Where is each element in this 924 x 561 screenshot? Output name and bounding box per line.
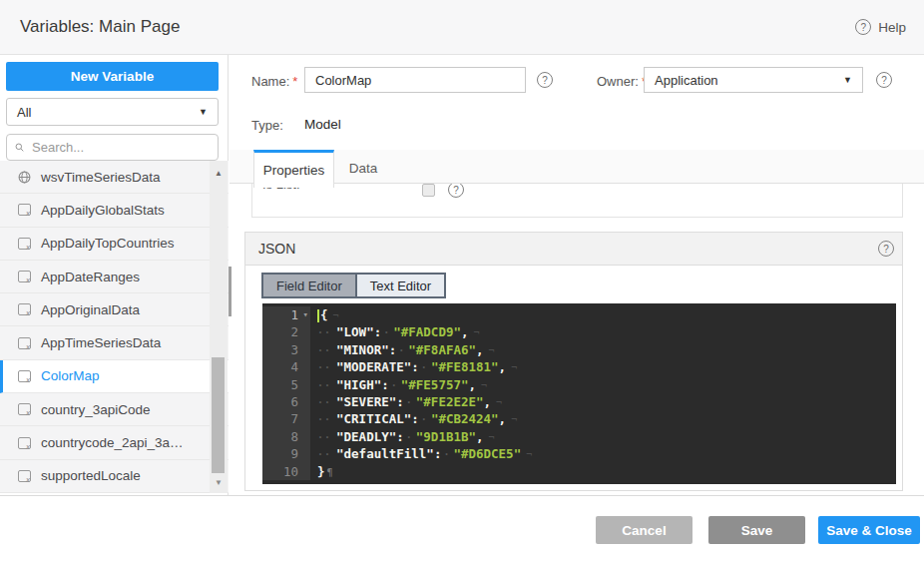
list-item-label: AppDailyTopCountries: [41, 236, 175, 251]
scrollbar-thumb[interactable]: [212, 357, 225, 473]
list-item-label: AppDateRanges: [41, 270, 140, 284]
is-list-checkbox[interactable]: [422, 184, 435, 197]
list-item-colormap-selected[interactable]: x ColorMap: [0, 360, 229, 393]
name-label: Name:*: [251, 74, 297, 89]
title-bar: Variables: Main Page ? Help: [0, 0, 924, 55]
list-item-label: wsvTimeSeriesData: [41, 170, 161, 185]
owner-value: Application: [655, 73, 718, 88]
json-panel-header: JSON ?: [245, 233, 902, 266]
help-button[interactable]: ? Help: [855, 19, 906, 35]
list-item[interactable]: x AppTimeSeriesData: [0, 326, 229, 359]
owner-select[interactable]: Application ▼: [644, 67, 863, 93]
code-line: 5 "HIGH":"#FE5757",: [262, 376, 896, 393]
scroll-up-icon[interactable]: ▲: [210, 169, 228, 178]
new-variable-button[interactable]: New Variable: [6, 62, 219, 91]
type-label: Type:: [251, 118, 283, 133]
name-input[interactable]: [304, 67, 526, 93]
field-editor-button[interactable]: Field Editor: [263, 275, 355, 296]
main-panel-scrollbar-thumb[interactable]: [229, 267, 231, 316]
code-line: 1▾ {: [262, 306, 896, 323]
required-marker: *: [292, 74, 297, 89]
code-line: 4 "MODERATE":"#FE8181",: [262, 358, 896, 375]
search-box[interactable]: [6, 134, 219, 161]
type-value: Model: [304, 117, 341, 132]
footer-divider: [0, 495, 924, 496]
json-help-icon[interactable]: ?: [878, 241, 894, 257]
filter-value: All: [17, 105, 31, 120]
list-item-label: supportedLocale: [41, 468, 141, 483]
owner-label: Owner:*: [597, 74, 647, 89]
variable-icon: x: [18, 204, 31, 216]
list-item[interactable]: x country_3apiCode: [0, 393, 229, 426]
line-end-icon: ¶: [327, 467, 333, 478]
variable-icon: x: [18, 337, 31, 349]
variable-icon: x: [18, 370, 31, 382]
is-list-help-icon[interactable]: ?: [448, 184, 464, 198]
list-item-label: countrycode_2api_3a…: [41, 435, 184, 450]
variable-icon: x: [18, 403, 31, 415]
code-line: 9 "defaultFill":"#D6DCE5": [262, 445, 896, 462]
scroll-down-icon[interactable]: ▼: [210, 478, 228, 487]
save-and-close-button[interactable]: Save & Close: [818, 516, 920, 544]
json-code-editor[interactable]: 1▾ { 2 "LOW":"#FADCD9", 3 "MINOR":"#F8AF…: [262, 303, 896, 484]
variable-icon: x: [18, 303, 31, 315]
variable-icon: x: [18, 238, 31, 250]
list-item-label: AppTimeSeriesData: [41, 335, 161, 350]
editor-mode-toggle: Field Editor Text Editor: [261, 273, 446, 298]
variable-icon: x: [18, 271, 31, 282]
text-cursor: [317, 309, 319, 322]
tab-properties[interactable]: Properties: [253, 150, 334, 188]
code-line: 10 }¶: [262, 463, 896, 480]
globe-icon: [18, 171, 31, 184]
list-item-label: ColorMap: [41, 368, 100, 383]
variable-list: wsvTimeSeriesData x AppDailyGlobalStats …: [0, 161, 229, 493]
json-panel: JSON ? Field Editor Text Editor 1▾ { 2 "…: [244, 232, 903, 491]
variables-sidebar: New Variable All ▼ wsvTimeSeriesData x A…: [0, 55, 229, 495]
save-button[interactable]: Save: [708, 516, 805, 544]
tab-data[interactable]: Data: [334, 153, 392, 183]
help-icon: ?: [855, 19, 871, 35]
fold-icon[interactable]: ▾: [303, 306, 308, 323]
help-label: Help: [878, 20, 906, 35]
list-item[interactable]: x AppDailyGlobalStats: [0, 194, 229, 227]
owner-help-icon[interactable]: ?: [876, 72, 892, 88]
list-item-label: country_3apiCode: [41, 402, 151, 417]
code-line: 3 "MINOR":"#F8AFA6",: [262, 341, 896, 358]
text-editor-button[interactable]: Text Editor: [355, 275, 444, 296]
sidebar-scrollbar[interactable]: ▲ ▼: [210, 161, 228, 493]
json-section-title: JSON: [258, 241, 295, 257]
code-line: 8 "DEADLY":"9D1B1B",: [262, 428, 896, 445]
code-line: 7 "CRITICAL":"#CB2424",: [262, 410, 896, 427]
list-item[interactable]: x supportedLocale: [0, 460, 229, 493]
list-item-label: AppDailyGlobalStats: [41, 203, 165, 218]
search-icon: [15, 141, 24, 154]
page-title: Variables: Main Page: [20, 17, 180, 37]
list-item[interactable]: x AppOriginalData: [0, 293, 229, 326]
chevron-down-icon: ▼: [199, 107, 208, 117]
list-item[interactable]: x AppDateRanges: [0, 261, 229, 293]
code-line: 2 "LOW":"#FADCD9",: [262, 323, 896, 340]
properties-scroll-area: Is List: ?: [251, 184, 903, 218]
variable-icon: x: [18, 437, 31, 449]
list-item[interactable]: wsvTimeSeriesData: [0, 161, 229, 194]
list-item[interactable]: x countrycode_2api_3a…: [0, 426, 229, 459]
list-item[interactable]: x AppDailyTopCountries: [0, 228, 229, 261]
name-help-icon[interactable]: ?: [537, 72, 553, 88]
cancel-button[interactable]: Cancel: [596, 516, 693, 544]
list-item-label: AppOriginalData: [41, 302, 140, 317]
code-line: 6 "SEVERE":"#FE2E2E",: [262, 393, 896, 410]
variable-icon: x: [18, 470, 31, 482]
chevron-down-icon: ▼: [843, 75, 852, 85]
variable-type-filter[interactable]: All ▼: [6, 98, 219, 126]
search-input[interactable]: [30, 139, 210, 156]
